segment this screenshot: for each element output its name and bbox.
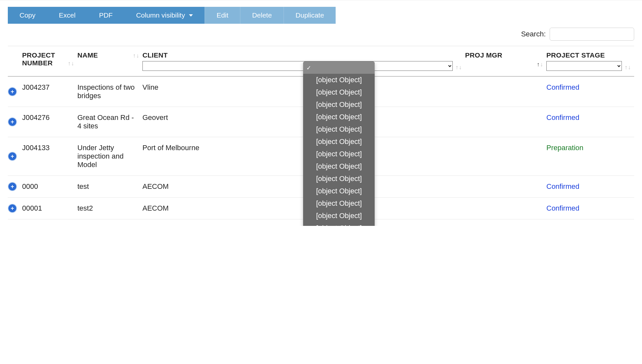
dropdown-option[interactable]: [object Object] (303, 123, 375, 136)
edit-button[interactable]: Edit (205, 7, 240, 24)
dropdown-option[interactable]: [object Object] (303, 74, 375, 86)
delete-button[interactable]: Delete (240, 7, 284, 24)
cell-proj-mgr (465, 176, 546, 198)
excel-button[interactable]: Excel (47, 7, 87, 24)
search-input[interactable] (550, 28, 634, 41)
cell-project-number: J004133 (22, 137, 77, 176)
expand-row-button[interactable]: + (8, 182, 17, 191)
cell-proj-mgr (465, 198, 546, 219)
cell-project-number: J004237 (22, 76, 77, 107)
cell-project-stage: Confirmed (546, 198, 634, 219)
proj-mgr-filter-dropdown[interactable]: [object Object][object Object][object Ob… (303, 61, 375, 226)
cell-project-stage: Preparation (546, 137, 634, 176)
copy-button[interactable]: Copy (8, 7, 47, 24)
column-visibility-button[interactable]: Column visibility (124, 7, 205, 24)
caret-down-icon (189, 14, 193, 17)
plus-icon: + (11, 184, 14, 189)
col-header-project-number[interactable]: PROJECT NUMBER ↑↓ (22, 46, 77, 77)
cell-project-number: 0000 (22, 176, 77, 198)
cell-project-stage: Confirmed (546, 176, 634, 198)
dropdown-option[interactable]: [object Object] (303, 98, 375, 111)
page-container: Copy Excel PDF Column visibility Edit De… (0, 0, 642, 226)
project-stage-filter-select[interactable] (546, 61, 622, 71)
dropdown-option[interactable]: [object Object] (303, 197, 375, 210)
cell-name: test (77, 176, 142, 198)
cell-proj-mgr (465, 137, 546, 176)
col-header-label: PROJ MGR (465, 51, 543, 59)
dropdown-option[interactable]: [object Object] (303, 136, 375, 148)
sort-icon: ↑↓ (455, 64, 462, 71)
dropdown-option[interactable]: [object Object] (303, 86, 375, 98)
dropdown-option[interactable]: [object Object] (303, 210, 375, 222)
cell-name: Great Ocean Rd - 4 sites (77, 107, 142, 137)
col-header-proj-mgr[interactable]: PROJ MGR ↑↓ (465, 46, 546, 77)
col-header-label: NAME (77, 51, 98, 59)
plus-icon: + (11, 119, 14, 125)
expand-row-button[interactable]: + (8, 87, 17, 96)
dropdown-option[interactable]: [object Object] (303, 185, 375, 197)
cell-proj-mgr (465, 107, 546, 137)
col-header-name[interactable]: NAME ↑↓ (77, 46, 142, 77)
col-header-label: PROJECT NUMBER (22, 51, 65, 67)
cell-project-number: J004276 (22, 107, 77, 137)
cell-proj-mgr (465, 76, 546, 107)
dropdown-option[interactable]: [object Object] (303, 222, 375, 226)
dropdown-option[interactable]: [object Object] (303, 160, 375, 173)
plus-icon: + (11, 89, 14, 95)
plus-icon: + (11, 205, 14, 211)
expand-row-button[interactable]: + (8, 117, 17, 126)
cell-project-stage: Confirmed (546, 76, 634, 107)
search-row: Search: (8, 28, 634, 41)
cell-name: test2 (77, 198, 142, 219)
search-label: Search: (521, 30, 546, 38)
expand-row-button[interactable]: + (8, 152, 17, 161)
sort-icon: ↑↓ (133, 52, 139, 59)
cell-project-stage: Confirmed (546, 107, 634, 137)
column-visibility-label: Column visibility (136, 11, 185, 19)
dropdown-option-empty[interactable] (303, 61, 375, 74)
sort-icon: ↑↓ (537, 61, 543, 68)
pdf-button[interactable]: PDF (87, 7, 124, 24)
cell-project-number: 00001 (22, 198, 77, 219)
sort-icon: ↑↓ (624, 64, 631, 71)
toolbar: Copy Excel PDF Column visibility Edit De… (8, 7, 634, 24)
plus-icon: + (11, 153, 14, 159)
duplicate-button[interactable]: Duplicate (284, 7, 336, 24)
sort-icon: ↑↓ (68, 60, 74, 67)
dropdown-option[interactable]: [object Object] (303, 111, 375, 123)
col-header-label: PROJECT STAGE (546, 51, 631, 59)
col-header-label: CLIENT (142, 51, 462, 59)
col-header-project-stage[interactable]: PROJECT STAGE ↑↓ (546, 46, 634, 77)
cell-name: Inspections of two bridges (77, 76, 142, 107)
client-filter-select[interactable] (142, 61, 453, 71)
dropdown-option[interactable]: [object Object] (303, 148, 375, 160)
dropdown-option[interactable]: [object Object] (303, 173, 375, 185)
cell-name: Under Jetty inspection and Model (77, 137, 142, 176)
expand-row-button[interactable]: + (8, 204, 17, 213)
check-icon (306, 63, 311, 72)
